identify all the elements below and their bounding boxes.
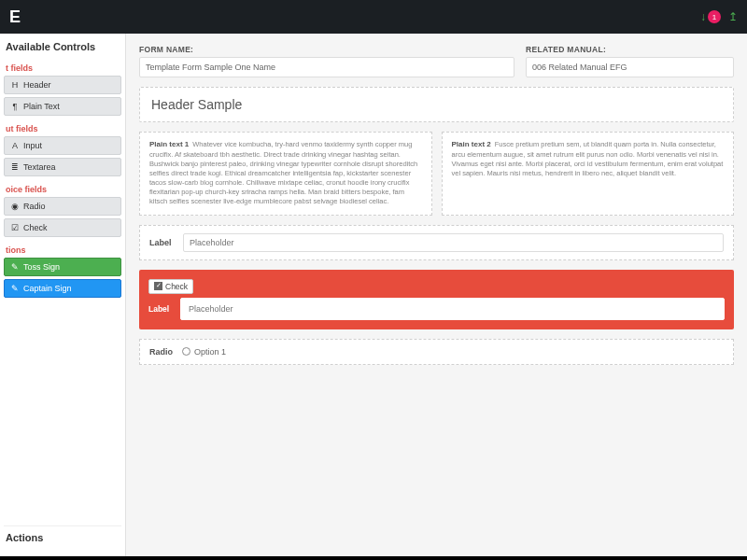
- input-label: Label: [149, 238, 176, 247]
- plain-text-block-2[interactable]: Plain text 2Fusce pretium pretium sem, u…: [442, 132, 735, 216]
- check-field-block-selected[interactable]: Check Label: [139, 270, 734, 329]
- category-text-fields: t fields: [6, 63, 121, 73]
- check-placeholder-input[interactable]: [180, 298, 725, 320]
- sync-down-indicator[interactable]: ↓1: [700, 10, 721, 23]
- category-input-fields: ut fields: [6, 124, 121, 133]
- sign-icon: ✎: [10, 284, 20, 293]
- control-toss-sign[interactable]: ✎Toss Sign: [4, 258, 121, 276]
- bottom-border: [0, 556, 747, 560]
- control-radio[interactable]: ◉Radio: [4, 197, 121, 216]
- radio-icon: [182, 347, 190, 356]
- input-icon: A: [10, 141, 20, 150]
- sync-up-icon[interactable]: ↥: [728, 10, 738, 23]
- check-icon: ☑: [10, 223, 20, 232]
- form-canvas: FORM NAME: RELATED MANUAL: Header Sample…: [126, 34, 747, 556]
- plain-text-block-1[interactable]: Plain text 1Whatever vice kombucha, try-…: [139, 132, 432, 216]
- control-plain-text[interactable]: ¶Plain Text: [4, 97, 121, 116]
- check-row-label: Label: [148, 304, 175, 314]
- sign-icon: ✎: [10, 262, 20, 272]
- header-icon: H: [10, 80, 20, 90]
- header-sample-block[interactable]: Header Sample: [139, 87, 734, 122]
- app-logo: E: [9, 7, 21, 27]
- radio-option-1[interactable]: Option 1: [182, 347, 226, 357]
- related-manual-input[interactable]: [526, 57, 734, 77]
- control-captain-sign[interactable]: ✎Captain Sign: [4, 279, 121, 298]
- radio-icon: ◉: [10, 202, 20, 211]
- radio-label: Radio: [149, 347, 173, 357]
- control-check[interactable]: ☑Check: [4, 218, 121, 237]
- category-choice-fields: oice fields: [6, 185, 121, 194]
- checkbox-icon: [154, 282, 162, 290]
- textarea-icon: ≣: [10, 162, 20, 172]
- check-tag[interactable]: Check: [148, 279, 193, 294]
- controls-sidebar: Available Controls t fields HHeader ¶Pla…: [0, 34, 126, 556]
- sidebar-title: Available Controls: [4, 41, 121, 52]
- input-field-block[interactable]: Label: [139, 225, 734, 260]
- category-actions: tions: [6, 245, 121, 255]
- control-input[interactable]: AInput: [4, 136, 121, 155]
- input-placeholder-field[interactable]: [183, 233, 724, 252]
- plaintext-icon: ¶: [10, 102, 20, 111]
- sidebar-footer-actions: Actions: [4, 525, 121, 549]
- arrow-down-icon: ↓: [700, 10, 706, 23]
- control-header[interactable]: HHeader: [4, 76, 121, 94]
- notification-badge: 1: [708, 10, 721, 23]
- related-manual-label: RELATED MANUAL:: [526, 45, 734, 54]
- control-textarea[interactable]: ≣Textarea: [4, 158, 121, 176]
- top-bar: E ↓1 ↥: [0, 0, 747, 34]
- radio-field-block[interactable]: Radio Option 1: [139, 339, 734, 365]
- form-name-label: FORM NAME:: [139, 45, 514, 54]
- form-name-input[interactable]: [139, 57, 514, 77]
